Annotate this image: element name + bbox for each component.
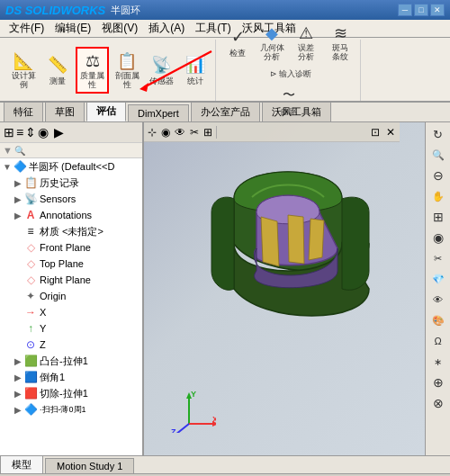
tab-office[interactable]: 办公室产品 [191,102,260,121]
tree-item-x[interactable]: → X [0,304,142,320]
tree-item-material[interactable]: ≡ 材质 <未指定> [0,223,142,239]
zoom-in-button[interactable]: 🔍 [428,145,448,165]
rt-btn-plus[interactable]: ⊕ [428,373,448,392]
tree-item-y[interactable]: ↑ Y [0,320,142,337]
zoom-fit-button[interactable]: ⊞ [428,207,448,227]
vp-close-btn[interactable]: ✕ [383,126,398,139]
section-button[interactable]: ✂ [428,248,448,268]
sensors-button[interactable]: 📡 传感器 [145,51,177,90]
x-label: X [40,307,46,318]
menu-insert[interactable]: 插入(A) [143,19,190,38]
tree-item-fillet1[interactable]: ▶ 🟦 倒角1 [0,369,142,385]
tree-item-root[interactable]: ▼ 🔷 半圆环 (Default<<D [0,158,142,175]
tab-evaluate[interactable]: 评估 [86,101,126,121]
title-bar: DS SOLIDWORKS 半圆环 ─ □ ✕ [0,0,450,20]
stats-label: 统计 [187,76,203,87]
sidebar-toolbar-btn-3[interactable]: ⇕ [25,125,36,139]
tree-item-history[interactable]: ▶ 📋 历史记录 [0,175,142,191]
menu-file[interactable]: 文件(F) [4,19,50,38]
hide-show-button[interactable]: 👁 [428,290,448,310]
sensors-label: 传感器 [149,76,174,87]
display-style-button[interactable]: 💎 [428,269,448,289]
more-label: ·扫扫-薄0周1 [40,404,86,416]
error-analysis-button[interactable]: ⚠ 误差分析 [290,20,322,65]
vp-float-btn[interactable]: ⊡ [368,126,382,139]
boss1-label: 凸台-拉伸1 [40,355,88,368]
edit-appear-button[interactable]: 🎨 [428,310,448,330]
error-analysis-label: 误差分析 [298,44,314,62]
tree-item-right-plane[interactable]: ◇ Right Plane [0,272,142,288]
pan-button[interactable]: ✋ [428,186,448,206]
tab-features[interactable]: 特征 [4,102,43,121]
y-axis-icon: ↑ [23,321,38,336]
mass-props-button[interactable]: ⚖ 质量属性 [76,47,109,94]
sensors-tree-icon: 📡 [23,192,38,206]
sidebar-filter-row: ▼ 🔍 [0,143,142,158]
boss1-icon: 🟩 [23,354,38,368]
3d-viewport[interactable]: ⊹ ◉ 👁 ✂ ⊞ ⊡ ✕ [144,122,425,455]
input-diag-label[interactable]: ⊳ 输入诊断 [270,69,312,78]
vp-btn-orient[interactable]: ⊹ [146,126,158,139]
tree-item-annotations[interactable]: ▶ A Annotations [0,207,142,223]
curvature-button[interactable]: 〜 曲率 [273,82,305,121]
window-title: 半圆环 [111,4,398,17]
bottom-tab-model[interactable]: 模型 [0,455,43,473]
menu-edit[interactable]: 编辑(E) [50,19,96,38]
svg-text:Z: Z [171,427,176,433]
tree-item-cut1[interactable]: ▶ 🟥 切除-拉伸1 [0,385,142,401]
section-props-button[interactable]: 📋 剖面属性 [111,48,143,93]
tree-item-sensors[interactable]: ▶ 📡 Sensors [0,191,142,207]
vp-btn-section[interactable]: ✂ [188,126,201,139]
vp-btn-zoom[interactable]: ⊞ [202,126,214,139]
zoom-out-button[interactable]: ⊖ [428,166,448,185]
view-orient-button[interactable]: ◉ [428,228,448,247]
menu-view[interactable]: 视图(V) [96,19,143,38]
coordinate-axes: Y X Z [171,388,216,433]
y-label: Y [40,323,46,334]
sensors-tree-label: Sensors [40,193,76,204]
zebra-button[interactable]: ≋ 斑马条纹 [324,20,356,65]
tree-item-boss1[interactable]: ▶ 🟩 凸台-拉伸1 [0,353,142,369]
svg-line-8 [176,424,189,433]
tree-item-origin[interactable]: ✦ Origin [0,288,142,304]
measure-button[interactable]: 📏 测量 [41,51,74,90]
sidebar-toolbar-btn-4[interactable]: ◉ [38,125,49,139]
feature-tree: ▼ 🔷 半圆环 (Default<<D ▶ 📋 历史记录 ▶ 📡 Sensors… [0,158,142,455]
minimize-button[interactable]: ─ [398,4,412,16]
z-axis-icon: ⊙ [23,337,38,352]
main-area: ⊞ ≡ ⇕ ◉ ▶ ▼ 🔍 ▼ 🔷 半圆环 (Default<<D ▶ 📋 历史… [0,122,450,455]
tree-item-front-plane[interactable]: ◇ Front Plane [0,239,142,256]
rt-btn-omega[interactable]: Ω [428,331,448,351]
expand-fillet1: ▶ [13,373,23,382]
stats-button[interactable]: 📊 统计 [179,51,212,90]
fillet1-icon: 🟦 [23,370,38,384]
sidebar-toolbar-btn-1[interactable]: ⊞ [4,125,14,139]
close-button[interactable]: ✕ [430,4,445,16]
toolbar-row-3: 〜 曲率 [273,82,305,121]
maximize-button[interactable]: □ [414,4,428,16]
check-button[interactable]: ✓ 检查 [221,23,254,62]
vp-btn-display[interactable]: ◉ [159,126,172,139]
vp-btn-hide[interactable]: 👁 [173,126,187,139]
tree-item-z[interactable]: ⊙ Z [0,337,142,353]
measure-label: 测量 [50,76,66,87]
mass-props-label: 质量属性 [80,72,104,90]
root-label: 半圆环 (Default<<D [29,160,114,174]
stats-icon: 📊 [184,54,206,76]
sensors-icon: 📡 [150,54,172,76]
geo-analysis-icon: ◆ [261,22,283,44]
curvature-label: 曲率 [281,106,297,118]
design-calc-button[interactable]: 📐 设计算例 [7,48,40,93]
sidebar-toolbar-btn-5[interactable]: ▶ [54,125,64,139]
x-axis-icon: → [23,305,38,319]
bottom-tab-motion[interactable]: Motion Study 1 [45,458,134,473]
tab-dimxpert[interactable]: DimXpert [128,104,189,121]
tab-sketch[interactable]: 草图 [45,102,85,121]
tree-item-more[interactable]: ▶ 🔷 ·扫扫-薄0周1 [0,401,142,418]
view-rotate-button[interactable]: ↻ [428,124,448,144]
rt-btn-cross[interactable]: ⊗ [428,393,448,413]
rt-btn-star[interactable]: ∗ [428,352,448,372]
tree-item-top-plane[interactable]: ◇ Top Plane [0,256,142,272]
geo-analysis-button[interactable]: ◆ 几何体分析 [256,20,288,65]
sidebar-toolbar-btn-2[interactable]: ≡ [16,125,23,139]
